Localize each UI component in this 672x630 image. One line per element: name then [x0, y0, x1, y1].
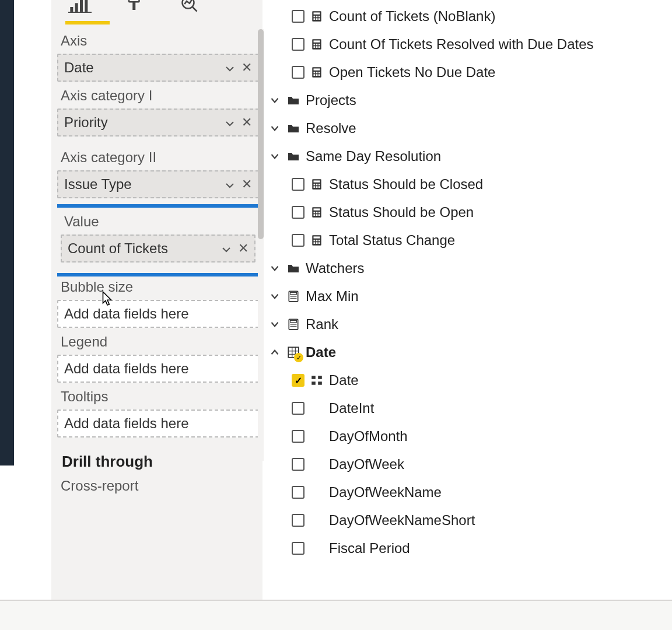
svg-rect-35	[314, 184, 316, 186]
value-label: Value	[64, 214, 253, 230]
field-row[interactable]: Same Day Resolution	[262, 142, 672, 170]
hierarchy-icon	[310, 374, 323, 387]
format-tab-icon[interactable]	[123, 0, 147, 16]
field-row[interactable]: Resolve	[262, 114, 672, 142]
field-checkbox[interactable]	[292, 178, 304, 191]
field-row[interactable]: Rank	[262, 310, 672, 338]
svg-rect-21	[318, 44, 320, 46]
measure-icon	[310, 10, 323, 23]
field-row[interactable]: Fiscal Period	[262, 534, 672, 562]
legend-placeholder: Add data fields here	[64, 360, 188, 377]
field-checkbox[interactable]	[292, 374, 304, 387]
field-label: DayOfWeek	[329, 456, 404, 473]
field-row[interactable]: Status Should be Closed	[262, 170, 672, 198]
svg-rect-47	[316, 214, 318, 216]
field-row[interactable]: DateInt	[262, 394, 672, 422]
svg-rect-71	[318, 376, 322, 379]
field-row[interactable]: Count Of Tickets Resolved with Due Dates	[262, 30, 672, 58]
field-label: Date	[306, 344, 336, 360]
expand-caret-icon[interactable]	[268, 122, 281, 135]
field-checkbox[interactable]	[292, 402, 304, 415]
field-row[interactable]: Status Should be Open	[262, 198, 672, 226]
field-label: DayOfWeekName	[329, 484, 442, 501]
field-row[interactable]: Date	[262, 338, 672, 366]
field-row[interactable]: Projects	[262, 86, 672, 114]
tooltips-dropzone[interactable]: Add data fields here	[57, 410, 259, 438]
field-checkbox[interactable]	[292, 66, 304, 79]
expand-caret-icon[interactable]	[268, 94, 281, 107]
bubble-dropzone[interactable]: Add data fields here	[57, 300, 259, 328]
field-checkbox[interactable]	[292, 486, 304, 499]
expand-caret-icon[interactable]	[268, 318, 281, 331]
axis-cat2-pill[interactable]: Issue Type ✕	[57, 170, 259, 198]
field-row[interactable]: Total Status Change	[262, 226, 672, 254]
bubble-placeholder: Add data fields here	[64, 306, 188, 322]
field-row[interactable]: Watchers	[262, 254, 672, 282]
field-row[interactable]: DayOfWeekNameShort	[262, 506, 672, 534]
axis-cat1-pill[interactable]: Priority ✕	[57, 108, 259, 136]
legend-dropzone[interactable]: Add data fields here	[57, 355, 259, 383]
svg-rect-31	[316, 74, 318, 76]
axis-cat1-value: Priority	[64, 114, 108, 131]
field-checkbox[interactable]	[292, 514, 304, 527]
field-checkbox[interactable]	[292, 542, 304, 555]
remove-field-icon[interactable]: ✕	[242, 61, 252, 74]
field-label: Status Should be Open	[329, 204, 474, 220]
field-label: DateInt	[329, 400, 374, 416]
svg-rect-11	[314, 16, 316, 18]
expand-caret-icon[interactable]	[268, 150, 281, 163]
svg-rect-72	[312, 382, 316, 385]
field-row[interactable]: DayOfWeekName	[262, 478, 672, 506]
svg-rect-26	[314, 68, 320, 70]
expand-caret-icon[interactable]	[268, 346, 281, 359]
field-label: Projects	[306, 92, 356, 108]
chevron-down-icon[interactable]	[224, 62, 236, 74]
measure-icon	[310, 206, 323, 219]
analytics-tab-icon[interactable]	[177, 0, 202, 16]
svg-rect-39	[316, 186, 318, 188]
field-checkbox[interactable]	[292, 206, 304, 219]
remove-field-icon[interactable]: ✕	[238, 242, 249, 255]
wells-scrollbar[interactable]	[258, 29, 264, 461]
field-row[interactable]: Date	[262, 366, 672, 394]
fields-tab-icon[interactable]	[68, 0, 92, 16]
svg-rect-4	[68, 12, 92, 13]
value-field-pill[interactable]: Count of Tickets ✕	[61, 235, 256, 262]
chevron-down-icon[interactable]	[224, 178, 236, 190]
chevron-down-icon[interactable]	[224, 117, 236, 128]
legend-label: Legend	[61, 334, 257, 350]
vis-tab-icons	[57, 0, 259, 21]
svg-rect-43	[314, 212, 316, 214]
field-row[interactable]: Open Tickets No Due Date	[262, 58, 672, 86]
field-checkbox[interactable]	[292, 234, 304, 247]
axis-field-pill[interactable]: Date ✕	[57, 54, 259, 82]
svg-rect-20	[316, 44, 318, 46]
field-row[interactable]: DayOfMonth	[262, 422, 672, 450]
axis-cat2-label: Axis category II	[61, 149, 257, 166]
svg-rect-42	[314, 208, 320, 210]
measure-icon	[287, 318, 300, 331]
remove-field-icon[interactable]: ✕	[242, 116, 252, 129]
tooltips-label: Tooltips	[61, 388, 257, 405]
svg-rect-16	[318, 18, 320, 20]
field-row[interactable]: Count of Tickets (NoBlank)	[262, 2, 672, 30]
svg-rect-5	[129, 0, 139, 2]
table-icon	[287, 346, 300, 359]
field-row[interactable]: Max Min	[262, 282, 672, 310]
field-label: Same Day Resolution	[306, 148, 441, 164]
field-checkbox[interactable]	[292, 430, 304, 443]
folder-icon	[287, 122, 300, 135]
expand-caret-icon[interactable]	[268, 262, 281, 275]
remove-field-icon[interactable]: ✕	[242, 178, 252, 191]
svg-point-7	[183, 0, 194, 9]
expand-caret-icon[interactable]	[268, 290, 281, 303]
wells-scrollbar-thumb[interactable]	[258, 29, 264, 239]
field-checkbox[interactable]	[292, 38, 304, 51]
chevron-down-icon[interactable]	[220, 243, 232, 254]
svg-rect-10	[314, 12, 320, 14]
field-row[interactable]: DayOfWeek	[262, 450, 672, 478]
field-checkbox[interactable]	[292, 10, 304, 23]
svg-rect-14	[314, 18, 316, 20]
axis-field-value: Date	[64, 60, 94, 76]
field-checkbox[interactable]	[292, 458, 304, 471]
